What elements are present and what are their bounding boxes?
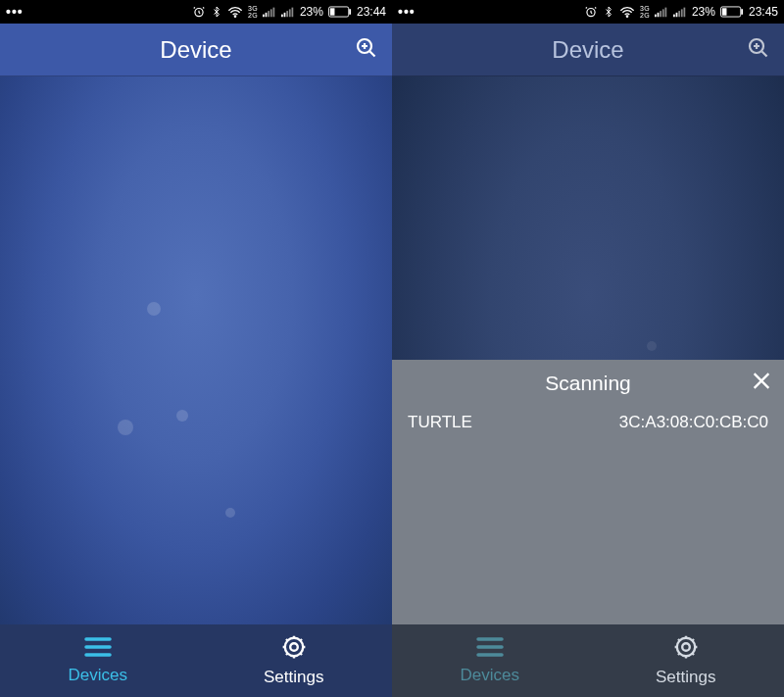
alarm-icon — [192, 5, 206, 19]
svg-rect-9 — [286, 11, 288, 17]
svg-rect-20 — [655, 15, 657, 18]
svg-rect-4 — [268, 11, 270, 17]
clock: 23:45 — [749, 5, 778, 19]
gear-icon — [673, 634, 699, 665]
overflow-icon: ••• — [6, 5, 24, 19]
zoom-in-icon[interactable] — [355, 36, 378, 64]
page-title: Device — [160, 36, 231, 64]
overflow-icon: ••• — [398, 5, 416, 19]
tab-devices[interactable]: Devices — [69, 636, 127, 685]
svg-rect-5 — [270, 9, 272, 17]
battery-icon — [720, 6, 744, 18]
tab-devices-label: Devices — [69, 666, 127, 685]
tab-devices[interactable]: Devices — [461, 636, 519, 685]
screen-right: ••• 3G2G — [392, 0, 784, 697]
status-bar: ••• 3G2G — [0, 0, 392, 24]
scanning-header: Scanning — [392, 360, 784, 407]
screen-left: ••• 3G2G — [0, 0, 392, 697]
signal-icon — [655, 6, 668, 18]
svg-rect-31 — [722, 8, 727, 15]
svg-point-19 — [626, 16, 627, 17]
network-type-label: 3G2G — [640, 5, 650, 19]
svg-rect-7 — [281, 15, 283, 18]
svg-point-16 — [290, 643, 298, 651]
close-icon[interactable] — [751, 371, 772, 397]
svg-rect-21 — [658, 13, 660, 17]
status-bar: ••• 3G2G — [392, 0, 784, 24]
bottom-nav: Devices Settings — [392, 624, 784, 697]
menu-icon — [83, 636, 113, 663]
signal-icon — [263, 6, 276, 18]
wifi-icon — [227, 6, 243, 18]
svg-rect-23 — [662, 9, 664, 17]
page-title: Device — [552, 36, 623, 64]
svg-point-34 — [682, 643, 690, 651]
svg-rect-6 — [272, 8, 274, 18]
bluetooth-icon — [603, 5, 614, 19]
bluetooth-icon — [211, 5, 222, 19]
svg-rect-32 — [741, 9, 743, 15]
svg-rect-11 — [291, 8, 293, 18]
tab-settings[interactable]: Settings — [264, 634, 323, 687]
svg-rect-3 — [266, 13, 268, 17]
wifi-icon — [619, 6, 635, 18]
content-area — [0, 76, 392, 624]
svg-rect-29 — [683, 8, 685, 18]
tab-settings-label: Settings — [656, 668, 715, 687]
battery-percent: 23% — [300, 5, 323, 19]
svg-rect-24 — [664, 8, 666, 18]
tab-devices-label: Devices — [461, 666, 519, 685]
zoom-in-icon[interactable] — [747, 36, 770, 64]
svg-rect-28 — [681, 9, 683, 17]
header: Device — [0, 24, 392, 76]
svg-rect-8 — [284, 13, 286, 17]
gear-icon — [281, 634, 307, 665]
svg-rect-13 — [330, 8, 335, 15]
scanning-title: Scanning — [545, 372, 631, 395]
svg-point-1 — [234, 16, 235, 17]
svg-rect-27 — [678, 11, 680, 17]
bottom-nav: Devices Settings — [0, 624, 392, 697]
scan-result-row[interactable]: TURTLE 3C:A3:08:C0:CB:C0 — [392, 407, 784, 438]
svg-rect-2 — [263, 15, 265, 18]
tab-settings-label: Settings — [264, 668, 323, 687]
svg-rect-10 — [289, 9, 291, 17]
signal-icon-2 — [673, 6, 687, 18]
clock: 23:44 — [357, 5, 386, 19]
menu-icon — [475, 636, 505, 663]
battery-icon — [328, 6, 352, 18]
tab-settings[interactable]: Settings — [656, 634, 715, 687]
alarm-icon — [584, 5, 598, 19]
header: Device — [392, 24, 784, 76]
scanning-panel: Scanning TURTLE 3C:A3:08:C0:CB:C0 — [392, 360, 784, 624]
battery-percent: 23% — [692, 5, 715, 19]
scan-result-name: TURTLE — [408, 413, 472, 432]
scan-result-mac: 3C:A3:08:C0:CB:C0 — [619, 413, 768, 432]
signal-icon-2 — [281, 6, 295, 18]
svg-rect-25 — [673, 15, 675, 18]
svg-rect-26 — [676, 13, 678, 17]
svg-rect-22 — [660, 11, 662, 17]
svg-rect-14 — [349, 9, 351, 15]
network-type-label: 3G2G — [248, 5, 258, 19]
